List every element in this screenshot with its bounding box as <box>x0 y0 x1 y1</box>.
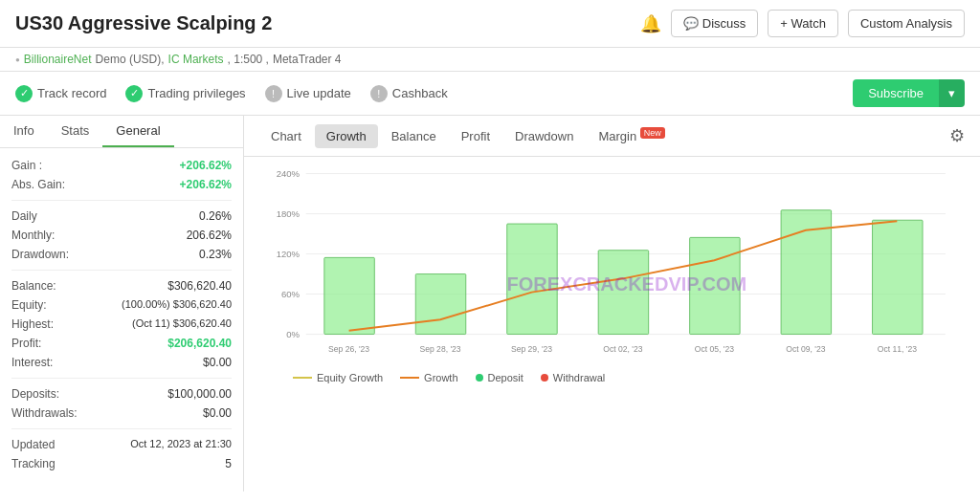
svg-text:180%: 180% <box>277 209 301 220</box>
equity-growth-label: Equity Growth <box>317 372 383 383</box>
withdrawal-label: Withdrawal <box>553 372 605 383</box>
growth-line-icon <box>400 377 419 379</box>
equity-row: Equity: (100.00%) $306,620.40 <box>11 295 232 315</box>
profit-value: $206,620.40 <box>167 337 232 350</box>
tab-profit[interactable]: Profit <box>450 124 501 148</box>
site-link[interactable]: BillionaireNet <box>24 53 92 66</box>
new-badge: New <box>640 127 665 139</box>
gain-value: +206.62% <box>180 159 232 172</box>
svg-rect-12 <box>507 224 558 335</box>
divider-4 <box>11 428 232 429</box>
svg-text:240%: 240% <box>277 169 301 180</box>
tab-general[interactable]: General <box>102 116 173 147</box>
equity-growth-line-icon <box>293 377 312 379</box>
equity-value: (100.00%) $306,620.40 <box>122 298 232 312</box>
highest-value: (Oct 11) $306,620.40 <box>132 317 232 331</box>
deposits-row: Deposits: $100,000.00 <box>11 384 232 404</box>
daily-label: Daily <box>11 209 37 223</box>
divider-2 <box>11 270 232 271</box>
svg-text:Sep 29, '23: Sep 29, '23 <box>511 344 552 354</box>
interest-value: $0.00 <box>203 356 232 369</box>
svg-rect-11 <box>415 274 466 335</box>
deposit-label: Deposit <box>488 372 523 383</box>
withdrawal-dot-icon <box>541 374 548 382</box>
daily-value: 0.26% <box>199 209 232 223</box>
platform: MetaTrader 4 <box>273 53 342 66</box>
leverage: , 1:500 , <box>228 53 269 66</box>
main-content: Info Stats General Gain : +206.62% Abs. … <box>0 116 980 491</box>
track-record-check-icon: ✓ <box>15 85 33 102</box>
balance-row: Balance: $306,620.40 <box>11 276 232 295</box>
header-actions: 🔔 💬 Discuss + Watch Custom Analysis <box>640 10 965 37</box>
svg-text:Sep 28, '23: Sep 28, '23 <box>419 344 460 354</box>
discuss-button[interactable]: 💬 Discuss <box>671 10 758 37</box>
drawdown-value: 0.23% <box>199 248 232 261</box>
updated-row: Updated Oct 12, 2023 at 21:30 <box>11 435 232 454</box>
broker-link[interactable]: IC Markets <box>168 53 224 66</box>
subscribe-dropdown-button[interactable]: ▾ <box>939 79 965 107</box>
tab-growth[interactable]: Growth <box>315 124 378 148</box>
content-tabs: Chart Growth Balance Profit Drawdown Mar… <box>244 116 980 157</box>
withdrawals-value: $0.00 <box>203 406 232 420</box>
chart-content: Chart Growth Balance Profit Drawdown Mar… <box>244 116 980 491</box>
gain-row: Gain : +206.62% <box>11 156 232 175</box>
drawdown-row: Drawdown: 0.23% <box>11 245 232 264</box>
drawdown-label: Drawdown: <box>11 248 69 261</box>
legend-deposit: Deposit <box>476 372 523 383</box>
divider-3 <box>11 378 232 379</box>
tracking-row: Tracking 5 <box>11 454 232 473</box>
legend-growth: Growth <box>400 372 457 383</box>
svg-text:120%: 120% <box>277 250 301 260</box>
custom-analysis-button[interactable]: Custom Analysis <box>848 10 965 37</box>
tab-stats[interactable]: Stats <box>48 116 103 147</box>
gain-label: Gain : <box>11 159 42 172</box>
interest-label: Interest: <box>11 356 53 369</box>
interest-row: Interest: $0.00 <box>11 353 232 372</box>
live-update-label: Live update <box>287 86 351 100</box>
svg-rect-14 <box>690 238 741 335</box>
filter-icon[interactable]: ⚙ <box>949 125 965 146</box>
tab-chart[interactable]: Chart <box>259 124 313 148</box>
watch-button[interactable]: + Watch <box>768 10 838 37</box>
monthly-value: 206.62% <box>187 229 232 242</box>
broker-dot: ● <box>15 55 20 64</box>
svg-text:0%: 0% <box>286 330 300 340</box>
monthly-label: Monthly: <box>11 229 55 242</box>
growth-label: Growth <box>424 372 457 383</box>
live-update-info-icon: ! <box>265 85 282 102</box>
equity-label: Equity: <box>11 298 47 312</box>
svg-rect-16 <box>873 221 924 335</box>
trading-privileges-check-icon: ✓ <box>125 85 143 102</box>
header: US30 Aggressive Scalping 2 🔔 💬 Discuss +… <box>0 0 980 48</box>
track-record-label: Track record <box>37 86 106 100</box>
subscribe-button[interactable]: Subscribe <box>853 79 939 107</box>
deposit-dot-icon <box>476 374 483 382</box>
cashback-info-icon: ! <box>370 85 388 102</box>
abs-gain-value: +206.62% <box>180 178 232 191</box>
tab-margin[interactable]: Margin New <box>587 123 676 148</box>
tab-drawdown[interactable]: Drawdown <box>503 124 585 148</box>
svg-text:Sep 26, '23: Sep 26, '23 <box>328 344 369 354</box>
sidebar-content: Gain : +206.62% Abs. Gain: +206.62% Dail… <box>0 148 243 481</box>
updated-label: Updated <box>11 438 55 451</box>
abs-gain-row: Abs. Gain: +206.62% <box>11 175 232 194</box>
svg-text:60%: 60% <box>281 290 301 300</box>
tab-balance[interactable]: Balance <box>380 124 448 148</box>
page-title: US30 Aggressive Scalping 2 <box>15 12 272 34</box>
legend-withdrawal: Withdrawal <box>541 372 605 383</box>
highest-label: Highest: <box>11 317 54 331</box>
deposits-label: Deposits: <box>11 387 59 401</box>
daily-row: Daily 0.26% <box>11 207 232 226</box>
subscribe-area: Subscribe ▾ <box>853 79 965 107</box>
account-type: Demo (USD), <box>96 53 165 66</box>
cashback-label: Cashback <box>392 86 448 100</box>
deposits-value: $100,000.00 <box>167 387 232 401</box>
svg-text:Oct 11, '23: Oct 11, '23 <box>878 344 917 354</box>
bell-icon[interactable]: 🔔 <box>640 13 661 34</box>
subheader: ● BillionaireNet Demo (USD), IC Markets … <box>0 48 980 72</box>
svg-rect-13 <box>598 251 649 335</box>
svg-text:Oct 05, '23: Oct 05, '23 <box>695 344 734 354</box>
tab-info[interactable]: Info <box>0 116 48 147</box>
sidebar-tabs: Info Stats General <box>0 116 243 148</box>
balance-label: Balance: <box>11 279 56 293</box>
